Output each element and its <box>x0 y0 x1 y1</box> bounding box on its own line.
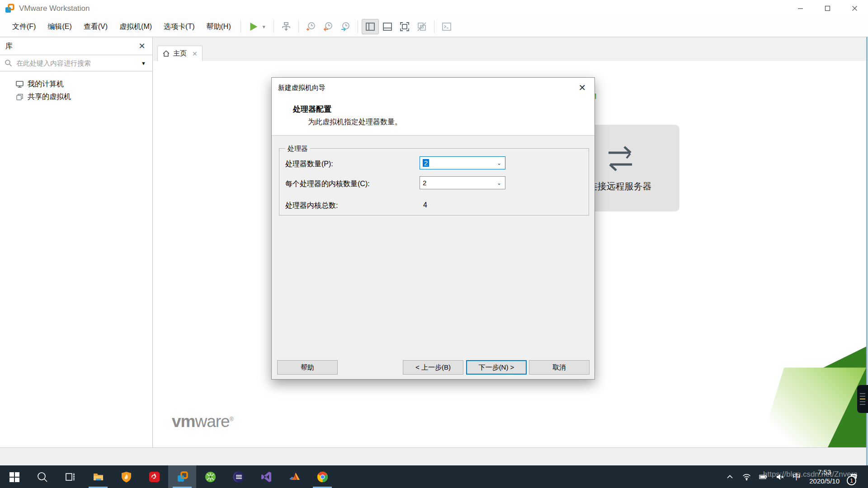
tray-time: 7:53 <box>809 468 840 477</box>
library-search: ▼ <box>0 55 152 71</box>
send-ctrl-alt-del-button[interactable] <box>278 19 295 34</box>
start-button[interactable] <box>0 465 28 488</box>
chevron-down-icon[interactable]: ⌄ <box>493 180 505 186</box>
console-view-button[interactable] <box>438 19 455 34</box>
next-button[interactable]: 下一步(N) > <box>466 360 527 375</box>
tab-strip: 主页 ✕ <box>153 37 868 61</box>
library-panel-icon <box>365 21 376 32</box>
wifi-icon <box>742 473 751 481</box>
toolbar-separator <box>298 20 299 33</box>
file-explorer-icon <box>92 471 104 483</box>
wifi-indicator[interactable] <box>738 465 755 488</box>
menu-vm[interactable]: 虚拟机(M) <box>113 19 158 34</box>
unity-mode-button[interactable] <box>413 19 430 34</box>
processor-count-label: 处理器数量(P): <box>285 160 333 169</box>
fullscreen-button[interactable] <box>396 19 413 34</box>
menu-view[interactable]: 查看(V) <box>78 19 113 34</box>
android-studio-icon <box>204 471 217 483</box>
maximize-button[interactable] <box>814 0 841 17</box>
help-button[interactable]: 帮助 <box>277 360 338 375</box>
chevron-down-icon[interactable]: ⌄ <box>493 160 505 166</box>
dialog-titlebar[interactable]: 新建虚拟机向导 ✕ <box>272 78 594 98</box>
connect-arrows-icon <box>604 144 637 174</box>
menu-edit[interactable]: 编辑(E) <box>42 19 77 34</box>
processor-count-value: 2 <box>420 159 493 167</box>
dialog-heading: 处理器配置 <box>293 104 331 114</box>
screen-recorder-handle[interactable] <box>857 385 868 413</box>
search-input[interactable] <box>16 59 139 67</box>
ime-indicator[interactable]: 中 <box>788 465 805 488</box>
snapshot-take-icon <box>306 21 316 32</box>
battery-indicator[interactable] <box>755 465 772 488</box>
library-title: 库 <box>5 42 137 51</box>
eclipse-icon <box>232 471 245 483</box>
new-vm-wizard-dialog: 新建虚拟机向导 ✕ 处理器配置 为此虚拟机指定处理器数量。 处理器 处理器数量(… <box>271 77 595 380</box>
console-icon <box>441 21 452 32</box>
back-button[interactable]: < 上一步(B) <box>403 360 463 375</box>
tab-home-label: 主页 <box>173 49 187 58</box>
show-thumbnail-bar-button[interactable] <box>379 19 396 34</box>
action-center-button[interactable]: 1 <box>844 465 863 488</box>
library-panel: 库 ✕ ▼ 我的计算机 共享的虚拟机 <box>0 37 153 447</box>
search-dropdown-caret[interactable]: ▼ <box>139 61 148 66</box>
eclipse-button[interactable] <box>224 465 252 488</box>
tray-clock[interactable]: 7:53 2020/5/10 <box>805 468 844 486</box>
processors-groupbox: 处理器 处理器数量(P): 2 ⌄ 每个处理器的内核数量(C): 2 ⌄ 处理器… <box>279 148 589 216</box>
windows-logo-icon <box>8 471 20 483</box>
dialog-subheading: 为此虚拟机指定处理器数量。 <box>308 117 402 127</box>
tab-home[interactable]: 主页 ✕ <box>157 46 203 61</box>
menu-file[interactable]: 文件(F) <box>6 19 42 34</box>
minimize-button[interactable] <box>787 0 814 17</box>
titlebar: VMware Workstation <box>0 0 868 17</box>
chrome-button[interactable] <box>308 465 336 488</box>
take-snapshot-button[interactable] <box>302 19 320 34</box>
security-shield-icon <box>120 471 132 483</box>
connect-card-label: 连接远程服务器 <box>589 180 652 192</box>
search-icon <box>36 471 48 483</box>
netease-music-button[interactable] <box>140 465 168 488</box>
tray-expand-button[interactable] <box>722 465 738 488</box>
snapshot-revert-icon <box>323 21 334 32</box>
matlab-button[interactable] <box>280 465 308 488</box>
cancel-button[interactable]: 取消 <box>529 360 590 375</box>
dialog-close-icon[interactable]: ✕ <box>576 82 588 93</box>
battery-icon <box>759 473 768 481</box>
snapshot-manager-button[interactable] <box>337 19 354 34</box>
netease-music-icon <box>148 471 160 483</box>
computer-icon <box>15 80 24 89</box>
menu-tabs[interactable]: 选项卡(T) <box>158 19 200 34</box>
visual-studio-icon <box>260 471 273 483</box>
tree-item-shared-vms[interactable]: 共享的虚拟机 <box>0 90 152 103</box>
processor-count-select[interactable]: 2 ⌄ <box>420 156 505 169</box>
task-view-button[interactable] <box>56 465 84 488</box>
power-on-button[interactable]: ▼ <box>245 19 270 34</box>
vmware-app-icon <box>5 4 14 14</box>
matlab-icon <box>288 471 301 483</box>
shared-vms-icon <box>15 93 24 101</box>
notification-badge: 1 <box>847 476 856 485</box>
huorong-security-button[interactable] <box>112 465 140 488</box>
tab-close-icon[interactable]: ✕ <box>192 50 198 57</box>
tree-item-my-computer[interactable]: 我的计算机 <box>0 78 152 90</box>
close-button[interactable] <box>841 0 868 17</box>
send-icon <box>281 21 292 32</box>
menu-help[interactable]: 帮助(H) <box>201 19 237 34</box>
file-explorer-button[interactable] <box>84 465 112 488</box>
menubar: 文件(F) 编辑(E) 查看(V) 虚拟机(M) 选项卡(T) 帮助(H) ▼ <box>0 17 868 37</box>
library-close-icon[interactable]: ✕ <box>137 41 147 51</box>
cores-per-processor-label: 每个处理器的内核数量(C): <box>285 179 370 189</box>
tray-date: 2020/5/10 <box>809 477 840 486</box>
status-bar <box>0 447 868 465</box>
task-view-icon <box>64 471 76 483</box>
android-studio-button[interactable] <box>196 465 224 488</box>
volume-muted-indicator[interactable] <box>772 465 788 488</box>
unity-mode-icon <box>416 21 427 32</box>
vmware-workstation-button[interactable] <box>168 465 196 488</box>
show-library-button[interactable] <box>362 19 379 34</box>
screen: VMware Workstation 文件(F) 编辑(E) 查看(V) 虚拟机… <box>0 0 868 488</box>
revert-snapshot-button[interactable] <box>320 19 337 34</box>
cores-per-processor-select[interactable]: 2 ⌄ <box>420 176 505 189</box>
visual-studio-button[interactable] <box>252 465 280 488</box>
play-dropdown-caret[interactable]: ▼ <box>262 24 266 29</box>
taskbar-search-button[interactable] <box>28 465 56 488</box>
